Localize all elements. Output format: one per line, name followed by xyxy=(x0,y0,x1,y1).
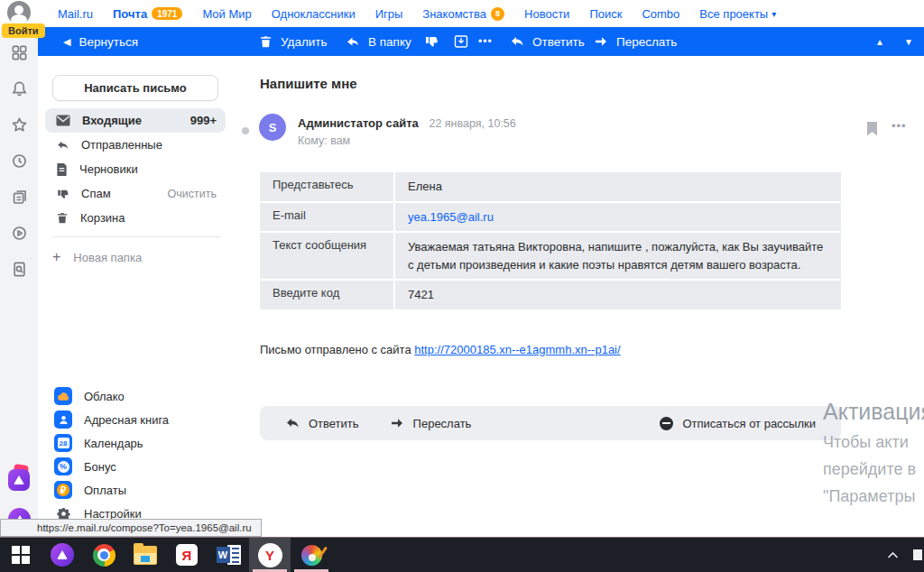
spam-button[interactable] xyxy=(424,27,439,56)
history-clock-icon[interactable] xyxy=(10,152,28,170)
trash-icon xyxy=(259,35,273,49)
message-date: 22 января, 10:56 xyxy=(429,117,515,130)
payments-rouble-icon: ₽ xyxy=(54,481,72,499)
top-links: Mail.ru Почта1971 Мой Мир Одноклассники … xyxy=(58,0,776,27)
plus-icon: + xyxy=(52,249,60,265)
taskbar-yandex-browser[interactable]: Y xyxy=(249,538,291,572)
thumbs-down-icon xyxy=(424,34,439,49)
envelope-icon xyxy=(56,115,70,126)
folder-sent[interactable]: Отправленные xyxy=(45,133,226,157)
more-actions-button[interactable]: ••• xyxy=(478,27,493,56)
nav-novosti[interactable]: Новости xyxy=(524,7,569,21)
tray-item-icon[interactable] xyxy=(913,549,922,560)
nav-moymir[interactable]: Мой Мир xyxy=(202,7,251,21)
media-play-icon[interactable] xyxy=(10,224,28,242)
page-search-icon[interactable] xyxy=(10,260,28,278)
bookmarks-star-icon[interactable] xyxy=(10,115,28,134)
minus-circle-icon xyxy=(660,417,673,430)
nav-znakomstva[interactable]: Знакомства8 xyxy=(422,7,504,21)
nav-mailru[interactable]: Mail.ru xyxy=(58,7,93,21)
windows-logo-icon xyxy=(12,546,30,564)
thumbs-down-icon xyxy=(56,188,69,200)
bookmark-flag-icon[interactable] xyxy=(866,122,878,140)
reply-button[interactable]: Ответить xyxy=(510,27,585,56)
start-button[interactable] xyxy=(0,538,42,572)
folder-spam[interactable]: Спам Очистить xyxy=(45,181,226,206)
sender-avatar[interactable]: S xyxy=(259,114,286,141)
dating-badge: 8 xyxy=(491,7,504,21)
prev-message-button[interactable]: ▲ xyxy=(875,27,884,56)
recipient-line: Кому: вам xyxy=(298,134,350,147)
compose-button[interactable]: Написать письмо xyxy=(52,75,218,101)
user-avatar-icon[interactable] xyxy=(7,1,31,24)
sender-name[interactable]: Администатор сайта xyxy=(298,116,419,130)
sent-from-line: Письмо отправлено с сайта http://7200018… xyxy=(260,343,621,356)
nav-igry[interactable]: Игры xyxy=(375,7,403,21)
sender-line: Администатор сайта 22 января, 10:56 xyxy=(298,116,516,130)
alice-app-icon[interactable] xyxy=(8,469,30,491)
site-link[interactable]: http://72000185.xn--e1agmmh.xn--p1ai/ xyxy=(414,343,620,356)
folder-drafts[interactable]: Черновики xyxy=(45,157,226,181)
back-button[interactable]: ◀ Вернуться xyxy=(63,27,138,56)
tray-expand-chevron[interactable] xyxy=(887,538,899,572)
delete-button[interactable]: Удалить xyxy=(259,27,328,56)
forward-arrow-icon xyxy=(390,416,404,430)
message-action-bar: Ответить Переслать Отписаться от рассылк… xyxy=(260,406,841,440)
app-payments[interactable]: ₽ Оплаты xyxy=(38,478,235,502)
sender-email-link[interactable]: yea.1965@ail.ru xyxy=(395,203,841,232)
forward-button-bottom[interactable]: Переслать xyxy=(390,416,472,430)
reply-button-bottom[interactable]: Ответить xyxy=(285,416,359,430)
back-arrow-icon: ◀ xyxy=(63,36,70,48)
browser-side-panel xyxy=(0,27,38,537)
unsubscribe-button[interactable]: Отписаться от рассылки xyxy=(660,417,816,430)
ellipsis-icon: ••• xyxy=(478,35,493,48)
mail-count-badge: 1971 xyxy=(152,7,182,20)
folder-trash[interactable]: Корзина xyxy=(45,206,226,230)
nav-pochta[interactable]: Почта1971 xyxy=(113,7,182,21)
next-message-button[interactable]: ▼ xyxy=(904,27,913,56)
reply-arrow-icon xyxy=(285,416,300,430)
form-row-message: Текст сообщения Уважаемая татьяна Виктор… xyxy=(260,233,841,279)
paint-palette-icon xyxy=(300,544,323,567)
divider xyxy=(52,236,220,237)
chrome-icon xyxy=(93,544,116,567)
app-calendar[interactable]: 28 Календарь xyxy=(38,431,235,455)
mail-toolbar: ◀ Вернуться Удалить В папку ••• Ответить… xyxy=(38,27,924,56)
alice-icon xyxy=(51,543,74,567)
taskbar-alice[interactable] xyxy=(42,538,83,572)
sidebar-apps: Облако Адресная книга 28 Календарь % Бон… xyxy=(38,384,235,525)
clear-spam-link[interactable]: Очистить xyxy=(168,188,217,200)
taskbar-paint[interactable] xyxy=(291,538,332,572)
folder-inbox[interactable]: Входящие 999+ xyxy=(45,108,226,133)
nav-combo[interactable]: Combo xyxy=(642,7,679,21)
taskbar-yandex-app[interactable]: Я xyxy=(166,538,208,572)
collections-icon[interactable] xyxy=(10,188,28,206)
trash-icon xyxy=(56,212,69,225)
link-status-tooltip: https://e.mail.ru/compose?To=yea.1965@ai… xyxy=(0,519,262,537)
yandex-browser-icon: Y xyxy=(258,543,282,567)
top-navbar: Mail.ru Почта1971 Мой Мир Одноклассники … xyxy=(0,0,924,27)
folder-list: Входящие 999+ Отправленные Черновики Спа… xyxy=(38,108,235,230)
taskbar-chrome[interactable] xyxy=(83,538,125,572)
folder-move-icon xyxy=(346,34,360,49)
cloud-icon xyxy=(54,387,72,405)
app-contacts[interactable]: Адресная книга xyxy=(38,408,235,431)
app-bonus[interactable]: % Бонус xyxy=(38,455,235,478)
nav-poisk[interactable]: Поиск xyxy=(589,7,622,21)
message-more-button[interactable]: ••• xyxy=(892,119,907,133)
new-folder-button[interactable]: + Новая папка xyxy=(52,249,142,265)
archive-button[interactable] xyxy=(454,27,468,56)
archive-icon xyxy=(454,34,468,49)
notifications-bell-icon[interactable] xyxy=(10,79,28,97)
taskbar-word[interactable]: W xyxy=(208,538,249,572)
app-cloud[interactable]: Облако xyxy=(38,384,235,408)
nav-odnoklassniki[interactable]: Одноклассники xyxy=(272,7,356,21)
taskbar-explorer[interactable] xyxy=(125,538,166,572)
login-button[interactable]: Войти xyxy=(2,23,45,38)
read-indicator[interactable] xyxy=(242,127,249,134)
move-to-folder-button[interactable]: В папку xyxy=(346,27,411,56)
forward-button[interactable]: Переслать xyxy=(594,27,677,56)
apps-grid-icon[interactable] xyxy=(10,43,28,61)
nav-all-projects[interactable]: Все проекты▾ xyxy=(699,7,776,21)
form-row-email: E-mail yea.1965@ail.ru xyxy=(260,203,841,232)
